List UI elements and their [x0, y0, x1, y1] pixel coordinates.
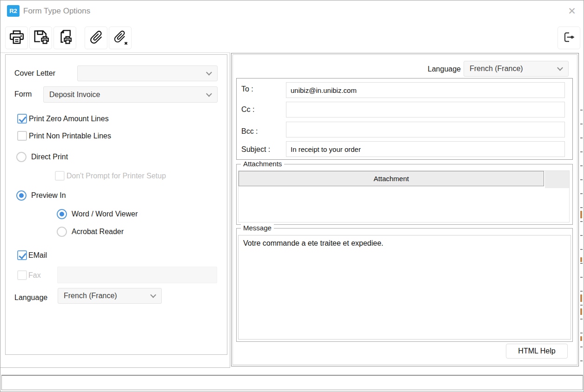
- language-label-right: Language: [410, 65, 461, 73]
- save-and-print-button[interactable]: [29, 26, 52, 49]
- form-label: Form: [14, 90, 32, 98]
- direct-print-radio[interactable]: [16, 152, 27, 162]
- form-type-options-dialog: R2 Form Type Options ✕: [0, 0, 584, 392]
- acrobat-reader-radio[interactable]: [57, 227, 67, 237]
- subject-input[interactable]: [286, 141, 565, 157]
- fax-label: Fax: [28, 271, 41, 280]
- r2-app-icon: R2: [7, 5, 20, 17]
- language-dropdown-left[interactable]: French (France): [58, 288, 162, 304]
- bcc-input[interactable]: [286, 122, 565, 137]
- print-zero-amount-checkbox[interactable]: [17, 114, 27, 124]
- to-input[interactable]: [286, 82, 565, 98]
- chevron-down-icon: [150, 292, 156, 298]
- cc-label: Cc :: [241, 105, 254, 114]
- direct-print-label[interactable]: Direct Print: [31, 153, 68, 161]
- cover-letter-dropdown[interactable]: [77, 65, 218, 81]
- word-viewer-radio[interactable]: [57, 209, 67, 219]
- form-dropdown[interactable]: Deposit Invoice: [43, 86, 218, 103]
- email-label[interactable]: EMail: [28, 251, 47, 260]
- page-print-icon: [57, 29, 73, 47]
- attach-file-button[interactable]: [85, 26, 107, 49]
- close-icon[interactable]: ✕: [563, 3, 581, 19]
- printer-icon: [8, 29, 25, 47]
- fax-checkbox: [17, 270, 27, 280]
- paperclip-x-icon: [113, 29, 128, 47]
- fax-number-field: [57, 267, 217, 283]
- cc-input[interactable]: [286, 102, 565, 118]
- language-value-left: French (France): [64, 292, 117, 300]
- print-button[interactable]: [5, 26, 28, 49]
- dont-prompt-label: Don't Prompt for Printer Setup: [66, 172, 166, 180]
- chevron-down-icon: [206, 91, 212, 97]
- save-print-icon: [33, 29, 49, 47]
- dont-prompt-checkbox: [55, 171, 65, 181]
- chevron-down-icon: [557, 65, 563, 71]
- attachment-column-header[interactable]: Attachment: [239, 171, 544, 186]
- form-value: Deposit Invoice: [49, 91, 100, 99]
- background-window-sliver: [580, 110, 583, 372]
- remove-attachment-button[interactable]: [109, 26, 132, 49]
- page-print-button[interactable]: [53, 26, 76, 49]
- print-zero-amount-label[interactable]: Print Zero Amount Lines: [29, 115, 109, 123]
- language-dropdown-right[interactable]: French (France): [464, 61, 569, 77]
- paperclip-icon: [88, 29, 104, 47]
- status-bar: [1, 375, 583, 390]
- subject-label: Subject :: [241, 145, 270, 154]
- html-help-button[interactable]: HTML Help: [506, 344, 568, 359]
- message-legend: Message: [241, 224, 274, 232]
- print-non-printable-label[interactable]: Print Non Printable Lines: [29, 132, 111, 140]
- dialog-title: Form Type Options: [23, 7, 90, 16]
- email-checkbox[interactable]: [17, 250, 27, 260]
- preview-in-radio[interactable]: [16, 190, 27, 201]
- message-text-area[interactable]: Votre commande a ete traitee et expediee…: [238, 235, 571, 340]
- language-value-right: French (France): [470, 65, 523, 73]
- attachment-header-filler: [545, 171, 569, 188]
- word-viewer-label[interactable]: Word / Word Viewer: [72, 210, 138, 218]
- bcc-label: Bcc :: [241, 127, 258, 136]
- cover-letter-label: Cover Letter: [14, 69, 55, 78]
- exit-icon: [561, 29, 577, 47]
- attachments-legend: Attachments: [241, 160, 284, 168]
- chevron-down-icon: [206, 70, 212, 76]
- exit-button[interactable]: [557, 26, 580, 49]
- language-label-left: Language: [14, 294, 47, 302]
- acrobat-reader-label[interactable]: Acrobat Reader: [72, 228, 124, 236]
- print-non-printable-checkbox[interactable]: [17, 131, 27, 141]
- preview-in-label[interactable]: Preview In: [31, 191, 66, 200]
- to-label: To :: [241, 85, 253, 93]
